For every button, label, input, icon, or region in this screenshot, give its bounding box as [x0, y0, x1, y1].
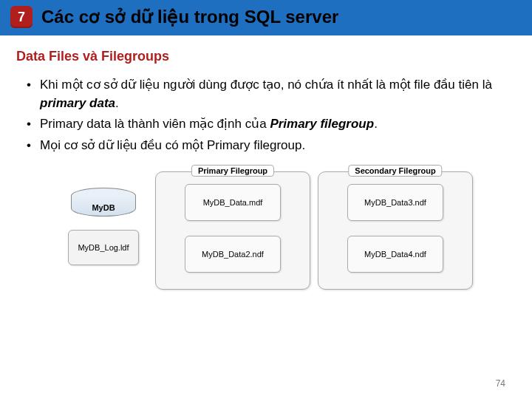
page-number: 74	[496, 378, 505, 389]
bullet-text: Khi một cơ sở dữ liệu người dùng được tạ…	[40, 78, 492, 92]
bullet-list: Khi một cơ sở dữ liệu người dùng được tạ…	[40, 76, 492, 155]
bullet-text: Primary data là thành viên mặc định của	[40, 117, 270, 131]
data-file-name: MyDB_Data4.ndf	[364, 250, 426, 259]
bullet-item: Mọi cơ sở dữ liệu đều có một Primary fil…	[40, 137, 492, 155]
bullet-text: Mọi cơ sở dữ liệu đều có một Primary fil…	[40, 138, 305, 152]
chapter-number: 7	[18, 10, 25, 25]
filegroup-diagram: MyDB MyDB_Log.ldf Primary Filegroup MyDB…	[59, 171, 473, 290]
data-file-card: MyDB_Data3.ndf	[347, 184, 443, 221]
bullet-text: .	[115, 96, 119, 110]
db-name: MyDB	[92, 203, 115, 212]
slide-header: 7 Các cơ sở dữ liệu trong SQL server	[0, 0, 532, 35]
data-file-card: MyDB_Data2.ndf	[185, 236, 281, 273]
secondary-filegroup: Secondary Filegroup MyDB_Data3.ndf MyDB_…	[318, 171, 473, 290]
chapter-badge: 7	[10, 6, 33, 28]
data-file-card: MyDB_Data.mdf	[185, 184, 281, 221]
secondary-fg-label: Secondary Filegroup	[348, 165, 442, 177]
log-file-card: MyDB_Log.ldf	[68, 230, 139, 265]
data-file-name: MyDB_Data2.ndf	[202, 250, 264, 259]
slide-title: Các cơ sở dữ liệu trong SQL server	[41, 7, 338, 27]
db-column: MyDB MyDB_Log.ldf	[59, 171, 148, 290]
bullet-em: Primary filegroup	[270, 117, 374, 131]
data-file-name: MyDB_Data.mdf	[203, 198, 263, 207]
db-cylinder-icon: MyDB	[71, 188, 136, 216]
section-subhead: Data Files và Filegroups	[0, 35, 532, 69]
data-file-name: MyDB_Data3.ndf	[364, 198, 426, 207]
bullet-item: Khi một cơ sở dữ liệu người dùng được tạ…	[40, 76, 492, 112]
log-file-name: MyDB_Log.ldf	[78, 243, 129, 252]
bullet-item: Primary data là thành viên mặc định của …	[40, 115, 492, 134]
content-area: Khi một cơ sở dữ liệu người dùng được tạ…	[0, 69, 532, 290]
data-file-card: MyDB_Data4.ndf	[347, 236, 443, 273]
primary-filegroup: Primary Filegroup MyDB_Data.mdf MyDB_Dat…	[155, 171, 310, 290]
bullet-em: primary data	[40, 96, 115, 110]
primary-fg-label: Primary Filegroup	[191, 165, 274, 177]
bullet-text: .	[374, 117, 378, 131]
